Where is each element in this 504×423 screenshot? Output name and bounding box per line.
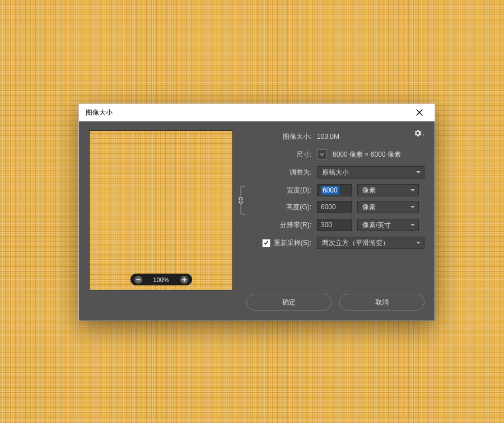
dimensions-row: 尺寸: 6000 像素 × 6000 像素 <box>246 148 424 161</box>
height-unit-value: 像素 <box>362 203 376 212</box>
dialog-body: 100% . 图像大小: 103.0M <box>79 121 435 321</box>
resolution-unit-select[interactable]: 像素/英寸 <box>357 219 419 231</box>
link-icon <box>237 196 244 204</box>
image-size-label: 图像大小: <box>246 132 311 142</box>
dialog-title: 图像大小 <box>86 108 113 118</box>
height-value: 6000 <box>321 203 336 211</box>
dimensions-value: 6000 像素 × 6000 像素 <box>333 150 401 159</box>
caret-icon: . <box>423 130 424 137</box>
options-menu-button[interactable]: . <box>414 129 424 137</box>
zoom-in-button[interactable] <box>180 276 188 284</box>
preview-panel[interactable]: 100% <box>89 130 233 290</box>
minus-icon <box>136 278 141 282</box>
width-row: 宽度(D): 6000 像素 <box>246 184 424 196</box>
fit-to-value: 原稿大小 <box>322 168 349 177</box>
chevron-down-icon <box>320 152 324 157</box>
resolution-row: 分辨率(R): 300 像素/英寸 <box>246 219 424 231</box>
image-size-dialog: 图像大小 100% <box>78 104 435 321</box>
close-icon <box>416 109 423 116</box>
width-label: 宽度(D): <box>246 186 311 195</box>
plus-icon <box>182 278 186 282</box>
zoom-out-button[interactable] <box>134 276 142 284</box>
zoom-value: 100% <box>142 276 180 283</box>
fit-to-label: 调整为: <box>246 168 311 177</box>
ok-button[interactable]: 确定 <box>246 294 332 311</box>
gear-icon <box>414 129 422 137</box>
form-panel: . 图像大小: 103.0M 尺寸: 6000 像素 × 6000 像素 <box>246 130 424 311</box>
width-input[interactable]: 6000 <box>317 184 352 196</box>
action-buttons: 确定 取消 <box>246 294 424 311</box>
resolution-unit-value: 像素/英寸 <box>362 220 391 230</box>
resample-method-select[interactable]: 两次立方（平滑渐变） <box>317 237 424 249</box>
width-unit-select[interactable]: 像素 <box>357 184 419 196</box>
height-unit-select[interactable]: 像素 <box>357 201 419 213</box>
width-unit-value: 像素 <box>362 186 376 195</box>
ok-button-label: 确定 <box>282 298 296 307</box>
check-icon <box>263 240 269 246</box>
constrain-proportions-toggle[interactable] <box>237 196 245 204</box>
fit-to-row: 调整为: 原稿大小 <box>246 166 424 178</box>
resample-row: 重新采样(S): 两次立方（平滑渐变） <box>246 237 424 249</box>
resample-checkbox[interactable] <box>262 239 270 247</box>
width-value: 6000 <box>321 186 339 195</box>
image-size-row: 图像大小: 103.0M <box>246 130 424 143</box>
resample-method-value: 两次立方（平滑渐变） <box>322 238 389 248</box>
dimensions-disclosure[interactable] <box>317 149 327 159</box>
close-button[interactable] <box>410 105 429 120</box>
titlebar: 图像大小 <box>79 104 435 121</box>
resolution-value: 300 <box>321 221 332 229</box>
resample-label: 重新采样(S): <box>274 238 311 248</box>
resolution-label: 分辨率(R): <box>246 220 311 230</box>
cancel-button-label: 取消 <box>375 298 389 307</box>
image-size-value: 103.0M <box>317 133 339 140</box>
svg-rect-0 <box>136 279 140 280</box>
svg-rect-2 <box>182 279 186 280</box>
dimensions-label: 尺寸: <box>246 150 311 159</box>
zoom-control: 100% <box>130 274 192 285</box>
height-input[interactable]: 6000 <box>317 201 352 213</box>
fit-to-select[interactable]: 原稿大小 <box>317 166 424 178</box>
cancel-button[interactable]: 取消 <box>339 294 424 311</box>
resolution-input[interactable]: 300 <box>317 219 352 231</box>
backdrop: 图像大小 100% <box>0 0 504 423</box>
width-height-block: 宽度(D): 6000 像素 高度(G): 6000 <box>246 184 424 213</box>
height-row: 高度(G): 6000 像素 <box>246 201 424 213</box>
height-label: 高度(G): <box>246 203 311 212</box>
